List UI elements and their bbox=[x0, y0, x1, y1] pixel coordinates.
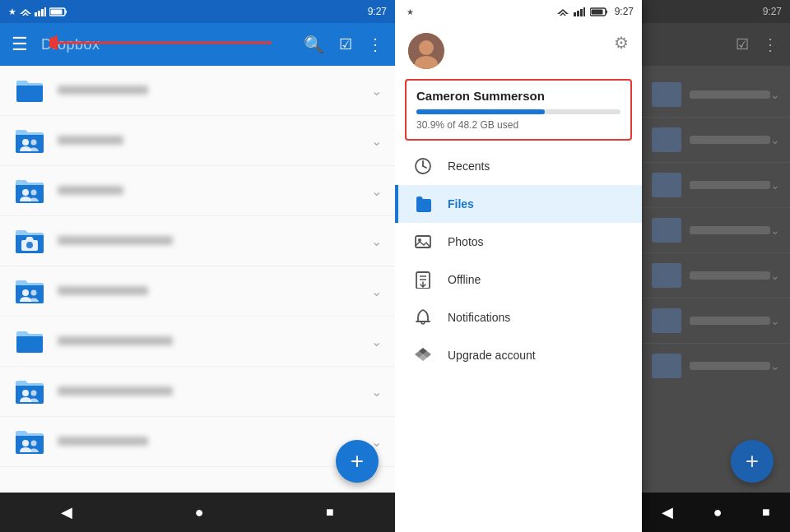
svg-point-14 bbox=[26, 242, 33, 248]
chevron-down-icon: ⌄ bbox=[770, 269, 780, 282]
list-item[interactable]: ⌄ bbox=[0, 66, 395, 116]
battery-icon bbox=[49, 7, 67, 16]
shared-folder-icon bbox=[13, 425, 46, 458]
active-indicator bbox=[395, 185, 398, 223]
file-name-blur bbox=[58, 136, 123, 145]
drawer-header: ⚙ bbox=[395, 23, 642, 76]
offline-icon bbox=[411, 271, 434, 289]
svg-rect-0 bbox=[35, 12, 37, 16]
account-card: Cameron Summerson 30.9% of 48.2 GB used bbox=[405, 79, 632, 141]
drawer-item-notifications[interactable]: Notifications bbox=[395, 298, 642, 336]
svg-rect-6 bbox=[51, 9, 63, 14]
signal-icon-right bbox=[574, 7, 585, 16]
drawer-item-upgrade[interactable]: Upgrade account bbox=[395, 336, 642, 374]
dimmed-file-list: ⌄ ⌄ ⌄ ⌄ ⌄ bbox=[642, 66, 790, 395]
file-name-blur bbox=[58, 86, 148, 95]
svg-point-10 bbox=[31, 140, 37, 146]
list-item[interactable]: ⌄ bbox=[0, 367, 395, 417]
file-name-blur bbox=[58, 286, 148, 295]
recents-button[interactable]: ■ bbox=[326, 505, 334, 520]
list-item: ⌄ bbox=[642, 253, 790, 298]
left-app-bar: ☰ Dropbox 🔍 ☑ ⋮ bbox=[0, 23, 395, 66]
file-name-blur bbox=[58, 236, 173, 245]
file-info bbox=[58, 284, 371, 298]
notifications-icon bbox=[411, 308, 434, 326]
svg-point-12 bbox=[31, 190, 37, 196]
svg-line-33 bbox=[423, 166, 426, 168]
list-item[interactable]: ⌄ bbox=[0, 266, 395, 317]
dimmed-check-icon: ☑ bbox=[736, 35, 749, 53]
list-item: ⌄ bbox=[642, 344, 790, 388]
folder-icon bbox=[13, 325, 46, 358]
photos-label: Photos bbox=[448, 235, 484, 248]
file-list: ⌄ ⌄ bbox=[0, 66, 395, 493]
list-item: ⌄ bbox=[642, 298, 790, 344]
home-button-right[interactable]: ● bbox=[713, 504, 723, 521]
right-time: 9:27 bbox=[615, 6, 634, 17]
svg-point-15 bbox=[22, 289, 29, 296]
chevron-down-icon: ⌄ bbox=[770, 314, 780, 327]
app-bar-icons: 🔍 ☑ ⋮ bbox=[304, 35, 383, 54]
dimmed-appbar: ☑ ⋮ bbox=[642, 23, 790, 66]
battery-icon-right bbox=[590, 7, 608, 16]
fab-button-right[interactable]: + bbox=[731, 440, 774, 483]
svg-point-16 bbox=[31, 290, 37, 296]
list-item[interactable]: ⌄ bbox=[0, 216, 395, 266]
back-button[interactable]: ◀ bbox=[61, 503, 72, 521]
drawer-item-files[interactable]: Files bbox=[395, 185, 642, 223]
status-left: ★ bbox=[8, 7, 67, 17]
dimmed-content[interactable]: 9:27 ☑ ⋮ ⌄ ⌄ ⌄ bbox=[642, 0, 790, 532]
phone-left: ★ 9:27 ☰ Dropbox 🔍 ☑ bbox=[0, 0, 395, 532]
chevron-down-icon: ⌄ bbox=[770, 133, 780, 146]
offline-label: Offline bbox=[448, 273, 481, 286]
chevron-down-icon: ⌄ bbox=[371, 133, 382, 149]
chevron-down-icon: ⌄ bbox=[371, 83, 382, 99]
chevron-down-icon: ⌄ bbox=[770, 178, 780, 192]
file-info bbox=[58, 133, 371, 148]
list-item[interactable]: ⌄ bbox=[0, 166, 395, 216]
right-bottom-nav: ◀ ● ■ bbox=[642, 493, 790, 532]
left-status-bar: ★ 9:27 bbox=[0, 0, 395, 23]
list-item[interactable]: ⌄ bbox=[0, 317, 395, 367]
list-item: ⌄ bbox=[642, 208, 790, 253]
account-name: Cameron Summerson bbox=[416, 89, 620, 103]
check-icon[interactable]: ☑ bbox=[339, 35, 352, 53]
svg-rect-23 bbox=[580, 9, 583, 16]
chevron-down-icon: ⌄ bbox=[371, 334, 382, 349]
chevron-down-icon: ⌄ bbox=[371, 284, 382, 299]
list-item: ⌄ bbox=[642, 163, 790, 208]
file-info bbox=[58, 234, 371, 248]
file-info bbox=[58, 83, 371, 98]
home-button[interactable]: ● bbox=[195, 504, 204, 521]
dimmed-time: 9:27 bbox=[763, 6, 782, 17]
back-button-right[interactable]: ◀ bbox=[662, 503, 673, 521]
svg-point-18 bbox=[31, 391, 37, 396]
settings-gear-icon[interactable]: ⚙ bbox=[614, 33, 629, 53]
svg-rect-2 bbox=[41, 9, 44, 16]
fab-button[interactable]: + bbox=[336, 440, 379, 483]
file-info bbox=[58, 434, 371, 449]
file-info bbox=[58, 384, 371, 399]
file-name-blur bbox=[58, 336, 173, 345]
storage-text: 30.9% of 48.2 GB used bbox=[416, 119, 620, 131]
shared-folder-icon bbox=[13, 275, 46, 308]
drawer-item-recents[interactable]: Recents bbox=[395, 147, 642, 185]
file-info bbox=[58, 183, 371, 198]
menu-icon[interactable]: ☰ bbox=[12, 34, 28, 55]
signal-icon bbox=[35, 7, 46, 16]
recents-button-right[interactable]: ■ bbox=[762, 505, 770, 520]
camera-folder-icon bbox=[13, 224, 46, 257]
wifi-icon-right bbox=[557, 7, 569, 16]
drawer-item-offline[interactable]: Offline bbox=[395, 261, 642, 298]
drawer-item-photos[interactable]: Photos bbox=[395, 223, 642, 261]
list-item[interactable]: ⌄ bbox=[0, 116, 395, 166]
search-icon[interactable]: 🔍 bbox=[304, 35, 324, 54]
chevron-down-icon: ⌄ bbox=[371, 234, 382, 249]
svg-rect-5 bbox=[65, 10, 67, 13]
file-name-blur bbox=[58, 386, 173, 396]
files-label: Files bbox=[448, 197, 474, 210]
storage-bar-fill bbox=[416, 109, 545, 114]
dimmed-status: 9:27 bbox=[642, 0, 790, 23]
more-icon[interactable]: ⋮ bbox=[367, 35, 383, 54]
chevron-down-icon: ⌄ bbox=[770, 359, 780, 372]
